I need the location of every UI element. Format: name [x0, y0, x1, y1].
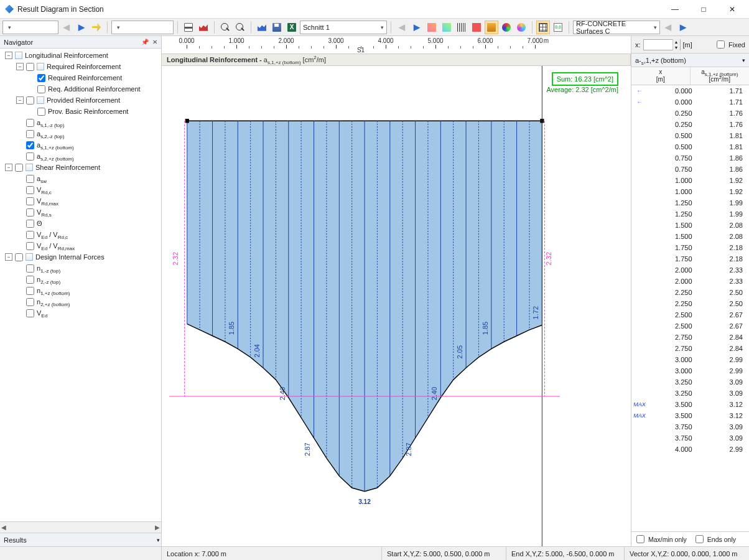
- table-row[interactable]: 1.2501.99: [631, 197, 749, 208]
- table-row[interactable]: 3.0002.99: [631, 354, 749, 365]
- tree-checkbox[interactable]: [37, 74, 45, 82]
- tree-node[interactable]: VRd,c: [0, 184, 161, 195]
- tree-checkbox[interactable]: [26, 130, 34, 138]
- tree-node[interactable]: VEd / VRd,c: [0, 229, 161, 240]
- table-row[interactable]: 3.7503.09: [631, 421, 749, 432]
- overlap-b-button[interactable]: [440, 21, 454, 34]
- table-row[interactable]: 2.2502.50: [631, 298, 749, 309]
- table-row[interactable]: 2.2502.50: [631, 287, 749, 298]
- table-row[interactable]: 1.7502.18: [631, 253, 749, 264]
- table-row[interactable]: 2.0002.33: [631, 264, 749, 276]
- combo-2[interactable]: ▾: [111, 21, 174, 34]
- tree-checkbox[interactable]: [26, 242, 34, 250]
- table-row[interactable]: 1.7502.18: [631, 242, 749, 253]
- next-sec-button[interactable]: ▶: [410, 21, 424, 34]
- table-row[interactable]: 0.5001.81: [631, 130, 749, 141]
- tree-toggle[interactable]: −: [16, 63, 24, 70]
- table-row[interactable]: 0.7501.86: [631, 164, 749, 175]
- smooth-button[interactable]: [255, 21, 269, 34]
- table-row[interactable]: 2.0002.33: [631, 276, 749, 287]
- fill-button[interactable]: [485, 21, 498, 34]
- tree-checkbox[interactable]: [26, 220, 34, 228]
- nav-close-icon[interactable]: ✕: [150, 37, 160, 47]
- table-row[interactable]: 3.2503.09: [631, 376, 749, 388]
- next-mod-button[interactable]: ▶: [676, 21, 690, 34]
- tree-node[interactable]: n1,-z (top): [0, 263, 161, 274]
- tree-checkbox[interactable]: [26, 264, 34, 273]
- grid-button[interactable]: [536, 21, 550, 34]
- results-tab[interactable]: Results ▾: [0, 533, 161, 546]
- spin-down[interactable]: ▼: [672, 45, 680, 50]
- table-row[interactable]: 2.7502.84: [631, 332, 749, 343]
- tree-node[interactable]: VRd,max: [0, 195, 161, 207]
- tree-checkbox[interactable]: [26, 309, 34, 317]
- tree-node[interactable]: n1,+z (bottom): [0, 285, 161, 296]
- tree-checkbox[interactable]: [26, 208, 34, 217]
- tree-node[interactable]: n2,-z (top): [0, 274, 161, 285]
- table-row[interactable]: 1.5002.08: [631, 231, 749, 242]
- print-button[interactable]: [182, 21, 195, 34]
- numbers-button[interactable]: 0.0: [551, 21, 565, 34]
- palette-b-button[interactable]: [514, 21, 528, 34]
- table-row[interactable]: 0.7501.86: [631, 152, 749, 164]
- vert-button[interactable]: [455, 21, 468, 34]
- table-row[interactable]: 2.5002.67: [631, 320, 749, 332]
- tree-toggle[interactable]: −: [5, 164, 12, 171]
- table-row[interactable]: 1.0001.92: [631, 175, 749, 186]
- navigator-tree[interactable]: −Longitudinal Reinforcement−Required Rei…: [0, 49, 161, 521]
- x-spinner[interactable]: ▲▼: [643, 39, 681, 50]
- tree-checkbox[interactable]: [26, 197, 34, 205]
- jump-button[interactable]: [90, 21, 103, 34]
- table-row[interactable]: 4.0002.99: [631, 444, 749, 455]
- ends-checkbox[interactable]: [696, 535, 704, 543]
- tree-checkbox[interactable]: [26, 287, 34, 295]
- ends-checkbox-label[interactable]: Ends only: [693, 533, 736, 545]
- zoom-out-button[interactable]: [233, 21, 247, 34]
- maximize-button[interactable]: □: [689, 0, 718, 19]
- table-row[interactable]: MAX3.5003.12: [631, 410, 749, 421]
- table-row[interactable]: 3.0002.99: [631, 365, 749, 376]
- tree-node[interactable]: as,2,+z (bottom): [0, 151, 161, 162]
- fixed-checkbox-label[interactable]: Fixed: [714, 39, 745, 50]
- tree-checkbox[interactable]: [26, 141, 34, 149]
- tree-node[interactable]: VEd / VRd,max: [0, 240, 161, 251]
- spin-up[interactable]: ▲: [672, 39, 680, 45]
- tree-node[interactable]: −Provided Reinforcement: [0, 95, 161, 106]
- table-row[interactable]: 1.5002.08: [631, 220, 749, 231]
- minimize-button[interactable]: —: [661, 0, 689, 19]
- table-row[interactable]: 1.0001.92: [631, 186, 749, 197]
- pin-icon[interactable]: 📌: [140, 37, 150, 47]
- save-button[interactable]: [270, 21, 284, 34]
- prev-mod-button[interactable]: ◀: [661, 21, 675, 34]
- combo-1[interactable]: ▾: [2, 21, 58, 34]
- next-1-button[interactable]: ▶: [75, 21, 88, 34]
- tree-node[interactable]: VEd: [0, 307, 161, 319]
- tree-checkbox[interactable]: [26, 119, 34, 127]
- tree-checkbox[interactable]: [37, 85, 45, 93]
- tree-checkbox[interactable]: [15, 164, 23, 172]
- tree-checkbox[interactable]: [15, 253, 23, 261]
- tree-checkbox[interactable]: [26, 152, 34, 161]
- module-combo[interactable]: RF-CONCRETE Surfaces C▾: [573, 21, 660, 34]
- table-row[interactable]: 3.2503.09: [631, 388, 749, 399]
- tree-toggle[interactable]: −: [16, 96, 24, 104]
- prev-1-button[interactable]: ◀: [60, 21, 73, 34]
- maxmin-checkbox-label[interactable]: Max/min only: [634, 533, 687, 545]
- tree-toggle[interactable]: −: [5, 253, 12, 261]
- tree-checkbox[interactable]: [26, 63, 34, 71]
- tree-node[interactable]: −Required Reinforcement: [0, 61, 161, 72]
- table-row[interactable]: 1.2501.99: [631, 208, 749, 220]
- tree-node[interactable]: asw: [0, 173, 161, 184]
- tree-node[interactable]: −Design Internal Forces: [0, 251, 161, 263]
- tree-node[interactable]: as,2,-z (top): [0, 128, 161, 139]
- tree-toggle[interactable]: −: [5, 52, 12, 59]
- tree-checkbox[interactable]: [26, 175, 34, 183]
- table-row[interactable]: 0.5001.81: [631, 141, 749, 152]
- table-row[interactable]: MAX3.5003.12: [631, 399, 749, 410]
- tree-node[interactable]: −Shear Reinforcement: [0, 162, 161, 173]
- tree-checkbox[interactable]: [26, 276, 34, 284]
- table-row[interactable]: 2.7502.84: [631, 343, 749, 354]
- tree-node[interactable]: as,1,+z (bottom): [0, 139, 161, 151]
- palette-a-button[interactable]: [500, 21, 513, 34]
- table-row[interactable]: 0.2501.76: [631, 108, 749, 119]
